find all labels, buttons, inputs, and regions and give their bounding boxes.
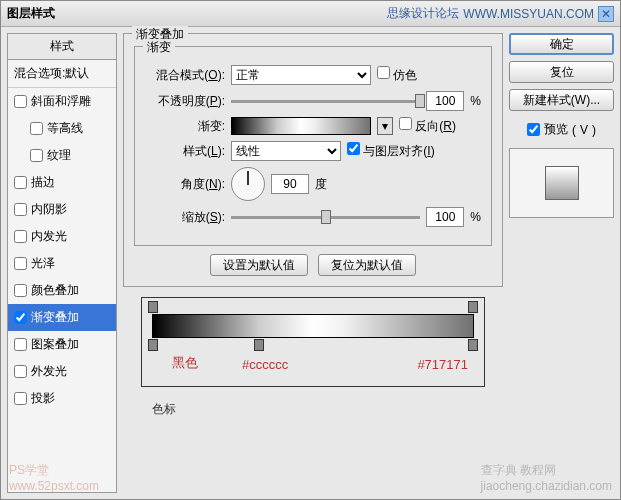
style-item-checkbox[interactable] <box>14 311 27 324</box>
style-label: 样式(L): <box>145 143 225 160</box>
scale-row: 缩放(S): % <box>145 207 481 227</box>
style-item[interactable]: 外发光 <box>8 358 116 385</box>
style-item[interactable]: 纹理 <box>8 142 116 169</box>
watermark-right: 查字典 教程网jiaocheng.chazidian.com <box>481 462 612 493</box>
ok-button[interactable]: 确定 <box>509 33 614 55</box>
main-panel: 渐变叠加 渐变 混合模式(O): 正常 仿色 不透明度(P): % <box>123 33 503 493</box>
style-item-label: 内发光 <box>31 228 67 245</box>
angle-label: 角度(N): <box>145 176 225 193</box>
styles-header: 样式 <box>8 34 116 60</box>
style-item-label: 描边 <box>31 174 55 191</box>
preview-swatch <box>545 166 579 200</box>
opacity-stop[interactable] <box>468 301 478 313</box>
angle-input[interactable] <box>271 174 309 194</box>
style-item-label: 渐变叠加 <box>31 309 79 326</box>
blend-mode-row: 混合模式(O): 正常 仿色 <box>145 65 481 85</box>
annotation-717171: #717171 <box>417 357 468 372</box>
align-checkbox[interactable]: 与图层对齐(I) <box>347 142 435 160</box>
style-item-label: 外发光 <box>31 363 67 380</box>
style-item[interactable]: 内阴影 <box>8 196 116 223</box>
blending-options-item[interactable]: 混合选项:默认 <box>8 60 116 88</box>
style-item[interactable]: 斜面和浮雕 <box>8 88 116 115</box>
close-icon[interactable]: ✕ <box>598 6 614 22</box>
titlebar: 图层样式 思缘设计论坛 WWW.MISSYUAN.COM ✕ <box>1 1 620 27</box>
opacity-stop[interactable] <box>148 301 158 313</box>
style-item-label: 斜面和浮雕 <box>31 93 91 110</box>
scale-slider[interactable] <box>231 216 420 219</box>
cancel-button[interactable]: 复位 <box>509 61 614 83</box>
style-item-label: 等高线 <box>47 120 83 137</box>
styles-list: 样式 混合选项:默认 斜面和浮雕等高线纹理描边内阴影内发光光泽颜色叠加渐变叠加图… <box>7 33 117 493</box>
scale-input[interactable] <box>426 207 464 227</box>
style-item[interactable]: 渐变叠加 <box>8 304 116 331</box>
site-url: WWW.MISSYUAN.COM <box>463 7 594 21</box>
angle-dial[interactable] <box>231 167 265 201</box>
opacity-input[interactable] <box>426 91 464 111</box>
style-item-label: 内阴影 <box>31 201 67 218</box>
new-style-button[interactable]: 新建样式(W)... <box>509 89 614 111</box>
annotation-ccc: #cccccc <box>242 357 288 372</box>
preview-box <box>509 148 614 218</box>
gradient-swatch[interactable] <box>231 117 371 135</box>
gradient-dropdown-icon[interactable]: ▾ <box>377 117 393 135</box>
site-name: 思缘设计论坛 <box>387 5 459 22</box>
color-stop[interactable] <box>148 339 158 351</box>
angle-unit: 度 <box>315 176 327 193</box>
gradient-inner-group: 渐变 混合模式(O): 正常 仿色 不透明度(P): % 渐变: <box>134 46 492 246</box>
angle-row: 角度(N): 度 <box>145 167 481 201</box>
gradient-label: 渐变: <box>145 118 225 135</box>
style-item-checkbox[interactable] <box>14 338 27 351</box>
style-item[interactable]: 等高线 <box>8 115 116 142</box>
style-item-label: 图案叠加 <box>31 336 79 353</box>
blend-mode-label: 混合模式(O): <box>145 67 225 84</box>
style-item-checkbox[interactable] <box>14 230 27 243</box>
style-item-checkbox[interactable] <box>14 392 27 405</box>
style-item-checkbox[interactable] <box>14 176 27 189</box>
style-item-label: 颜色叠加 <box>31 282 79 299</box>
gradient-editor: 黑色 #cccccc #717171 色标 <box>141 297 485 387</box>
reverse-checkbox[interactable]: 反向(R) <box>399 117 456 135</box>
titlebar-right: 思缘设计论坛 WWW.MISSYUAN.COM ✕ <box>387 5 614 22</box>
watermark-left: PS学堂www.52psxt.com <box>9 462 99 493</box>
scale-unit: % <box>470 210 481 224</box>
scale-label: 缩放(S): <box>145 209 225 226</box>
style-item[interactable]: 图案叠加 <box>8 331 116 358</box>
dither-checkbox[interactable]: 仿色 <box>377 66 417 84</box>
blend-mode-select[interactable]: 正常 <box>231 65 371 85</box>
opacity-label: 不透明度(P): <box>145 93 225 110</box>
style-item[interactable]: 投影 <box>8 385 116 412</box>
color-stop[interactable] <box>254 339 264 351</box>
style-item-checkbox[interactable] <box>14 257 27 270</box>
style-item-label: 光泽 <box>31 255 55 272</box>
preview-checkbox[interactable]: 预览(V) <box>509 121 614 138</box>
opacity-unit: % <box>470 94 481 108</box>
color-swatch-label: 色标 <box>152 401 176 418</box>
layer-style-dialog: 图层样式 思缘设计论坛 WWW.MISSYUAN.COM ✕ 样式 混合选项:默… <box>0 0 621 500</box>
style-select[interactable]: 线性 <box>231 141 341 161</box>
annotation-black: 黑色 <box>172 354 198 372</box>
style-item-checkbox[interactable] <box>14 365 27 378</box>
opacity-slider[interactable] <box>231 100 420 103</box>
inner-group-title: 渐变 <box>143 39 175 56</box>
style-item-checkbox[interactable] <box>14 95 27 108</box>
style-item-checkbox[interactable] <box>14 203 27 216</box>
style-item-label: 投影 <box>31 390 55 407</box>
style-item[interactable]: 描边 <box>8 169 116 196</box>
style-item[interactable]: 颜色叠加 <box>8 277 116 304</box>
right-panel: 确定 复位 新建样式(W)... 预览(V) <box>509 33 614 493</box>
color-stop[interactable] <box>468 339 478 351</box>
gradient-overlay-group: 渐变叠加 渐变 混合模式(O): 正常 仿色 不透明度(P): % <box>123 33 503 287</box>
style-item-checkbox[interactable] <box>30 122 43 135</box>
style-item[interactable]: 内发光 <box>8 223 116 250</box>
style-item-checkbox[interactable] <box>30 149 43 162</box>
defaults-row: 设置为默认值 复位为默认值 <box>134 254 492 276</box>
style-item-checkbox[interactable] <box>14 284 27 297</box>
gradient-row: 渐变: ▾ 反向(R) <box>145 117 481 135</box>
dialog-title: 图层样式 <box>7 5 55 22</box>
style-item[interactable]: 光泽 <box>8 250 116 277</box>
make-default-button[interactable]: 设置为默认值 <box>210 254 308 276</box>
dialog-body: 样式 混合选项:默认 斜面和浮雕等高线纹理描边内阴影内发光光泽颜色叠加渐变叠加图… <box>1 27 620 499</box>
gradient-bar[interactable] <box>152 314 474 338</box>
reset-default-button[interactable]: 复位为默认值 <box>318 254 416 276</box>
style-item-label: 纹理 <box>47 147 71 164</box>
